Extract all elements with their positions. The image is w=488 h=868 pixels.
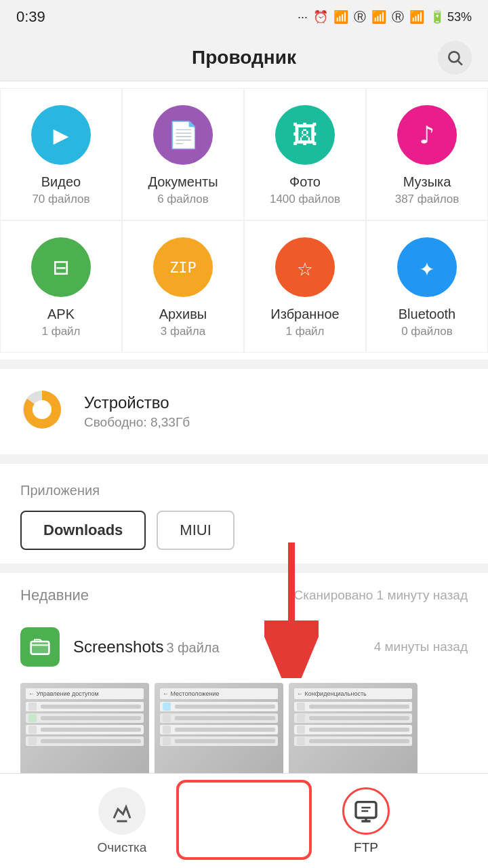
photos-icon: 🖼	[275, 105, 335, 165]
divider-2	[0, 454, 488, 464]
dots-icon: ···	[298, 10, 308, 24]
search-button[interactable]	[438, 41, 472, 75]
favorites-icon: ☆	[275, 237, 335, 297]
apk-icon: ⊟	[31, 237, 91, 297]
category-docs[interactable]: 📄 Документы 6 файлов	[122, 88, 244, 220]
storage-free: Свободно: 8,33Гб	[84, 415, 190, 430]
recent-title: Недавние	[20, 587, 89, 604]
thumbnail-1: ← Управление доступом	[20, 683, 149, 778]
category-music[interactable]: ♪ Музыка 387 файлов	[366, 88, 488, 220]
ftp-label: FTP	[354, 840, 378, 855]
docs-name: Документы	[148, 174, 218, 190]
recent-item-info: Screenshots3 файла	[73, 637, 361, 656]
alarm-icon: ⏰	[313, 9, 328, 24]
recent-item-time: 4 минуты назад	[374, 639, 468, 654]
category-section: ▶ Видео 70 файлов 📄 Документы 6 файлов 🖼…	[0, 81, 488, 359]
svg-rect-5	[356, 802, 376, 817]
cleaner-icon	[98, 787, 146, 835]
video-name: Видео	[41, 174, 81, 190]
tab-cleaner[interactable]: Очистка	[61, 781, 183, 862]
tab-ftp[interactable]: FTP	[305, 781, 427, 862]
svg-rect-4	[31, 642, 49, 654]
r2-icon: Ⓡ	[392, 9, 404, 25]
docs-icon: 📄	[153, 105, 213, 165]
status-time: 0:39	[16, 8, 45, 26]
apps-section: Приложения DownloadsMIUI	[0, 464, 488, 564]
favorites-count: 1 файл	[285, 325, 324, 338]
header: Проводник	[0, 34, 488, 81]
apk-name: APK	[47, 307, 75, 322]
recent-header: Недавние Сканировано 1 минуту назад	[20, 587, 468, 604]
signal2-icon: 📶	[409, 9, 424, 24]
apk-count: 1 файл	[41, 325, 80, 338]
battery-icon: 🔋	[430, 9, 445, 24]
status-icons: ··· ⏰ 📶 Ⓡ 📶 Ⓡ 📶 🔋 53%	[298, 9, 472, 25]
status-bar: 0:39 ··· ⏰ 📶 Ⓡ 📶 Ⓡ 📶 🔋 53%	[0, 0, 488, 34]
docs-count: 6 файлов	[157, 193, 209, 206]
battery-percent: 53%	[447, 10, 472, 24]
category-favorites[interactable]: ☆ Избранное 1 файл	[244, 220, 366, 353]
archives-icon: ZIP	[153, 237, 213, 297]
recent-section: Недавние Сканировано 1 минуту назад Scre…	[0, 573, 488, 676]
bluetooth-icon: ✦	[397, 237, 457, 297]
bottom-tab-bar: Очистка FTP	[0, 773, 488, 868]
category-photos[interactable]: 🖼 Фото 1400 файлов	[244, 88, 366, 220]
svg-line-1	[458, 60, 462, 64]
music-name: Музыка	[403, 174, 451, 190]
app-item-downloads[interactable]: Downloads	[20, 511, 146, 550]
thumbnail-2: ← Местоположение	[155, 683, 283, 778]
category-video[interactable]: ▶ Видео 70 файлов	[0, 88, 122, 220]
thumbnail-3: ← Конфиденциальность	[289, 683, 418, 778]
photos-count: 1400 файлов	[270, 193, 340, 206]
storage-section[interactable]: Устройство Свободно: 8,33Гб	[0, 369, 488, 454]
r-icon: Ⓡ	[354, 9, 366, 25]
app-item-miui[interactable]: MIUI	[157, 511, 234, 550]
folder-icon	[20, 627, 60, 667]
storage-free-value: 8,33Гб	[150, 415, 190, 429]
storage-chart	[20, 388, 68, 435]
svg-point-3	[33, 400, 52, 419]
recent-item[interactable]: Screenshots3 файла 4 минуты назад	[20, 618, 468, 676]
battery-indicator: 🔋 53%	[430, 9, 472, 24]
recent-scan: Сканировано 1 минуту назад	[294, 588, 468, 603]
archives-name: Архивы	[159, 307, 207, 322]
ftp-icon	[342, 787, 390, 835]
category-grid: ▶ Видео 70 файлов 📄 Документы 6 файлов 🖼…	[0, 88, 488, 353]
category-apk[interactable]: ⊟ APK 1 файл	[0, 220, 122, 353]
bluetooth-name: Bluetooth	[399, 307, 456, 322]
archives-count: 3 файла	[161, 325, 206, 338]
music-icon: ♪	[397, 105, 457, 165]
music-count: 387 файлов	[395, 193, 460, 206]
bluetooth-count: 0 файлов	[401, 325, 453, 338]
video-icon: ▶	[31, 105, 91, 165]
apps-section-label: Приложения	[20, 483, 468, 498]
cleaner-label: Очистка	[98, 840, 147, 855]
svg-point-0	[449, 52, 459, 62]
category-bluetooth[interactable]: ✦ Bluetooth 0 файлов	[366, 220, 488, 353]
recent-item-name: Screenshots3 файла	[73, 637, 361, 656]
storage-free-label: Свободно:	[84, 415, 147, 429]
divider-1	[0, 359, 488, 369]
favorites-name: Избранное	[270, 307, 339, 322]
category-archives[interactable]: ZIP Архивы 3 файла	[122, 220, 244, 353]
video-count: 70 файлов	[32, 193, 89, 206]
wifi-icon: 📶	[333, 9, 348, 24]
signal-icon: 📶	[371, 9, 386, 24]
apps-list: DownloadsMIUI	[20, 511, 468, 550]
photos-name: Фото	[289, 174, 321, 190]
page-title: Проводник	[192, 47, 296, 68]
storage-name: Устройство	[84, 393, 190, 412]
storage-info: Устройство Свободно: 8,33Гб	[84, 393, 190, 430]
